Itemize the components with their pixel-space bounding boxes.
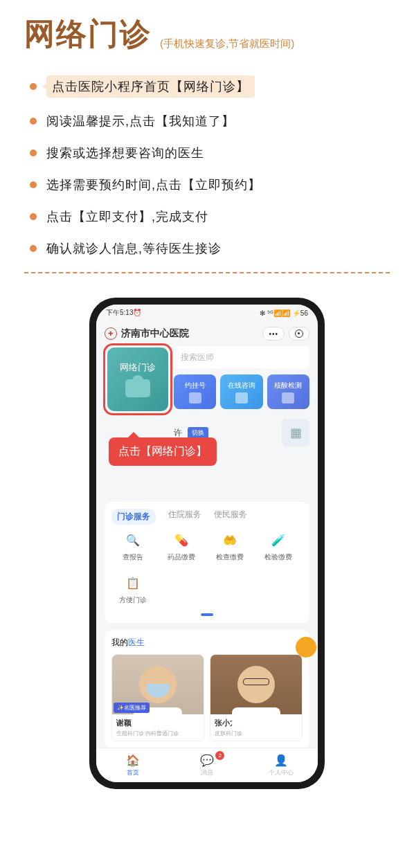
step-item: 搜索或选择想要咨询的医生 xyxy=(30,145,390,161)
tab-inpatient[interactable]: 住院服务 xyxy=(168,509,201,525)
recommend-badge: ✨名医推荐 xyxy=(114,703,150,713)
calendar-icon xyxy=(189,392,201,404)
quick-label: 约挂号 xyxy=(185,381,206,390)
step-text: 搜索或选择想要咨询的医生 xyxy=(46,145,204,161)
switch-button[interactable]: 切换 xyxy=(188,427,208,439)
message-icon: 💬 xyxy=(200,754,214,767)
phone-frame: 下午5:13⏰ ✻ ⁵ᴳ📶📶 ⚡56 ✚ 济南市中心医院 ••• 搜索医师 网络… xyxy=(89,298,325,789)
arrow-icon xyxy=(42,81,49,92)
service-tabs: 门诊服务 住院服务 便民服务 xyxy=(111,509,303,530)
app-bar: ✚ 济南市中心医院 ••• xyxy=(96,321,318,346)
qr-code-icon[interactable]: ▦ xyxy=(282,419,309,446)
user-icon: 👤 xyxy=(274,754,288,767)
step-item: 点击医院小程序首页【网络门诊】 xyxy=(30,75,390,98)
bullet-icon xyxy=(30,245,37,252)
doctor-dept: 生殖科门诊 内科普通门诊 xyxy=(116,730,199,737)
svc-label: 检验缴费 xyxy=(264,552,292,562)
quick-card-register[interactable]: 约挂号 xyxy=(174,374,216,409)
doctor-photo: ✨名医推荐 xyxy=(112,655,204,714)
svc-exam-pay[interactable]: 🤲 检查缴费 xyxy=(208,530,251,562)
tab-outpatient[interactable]: 门诊服务 xyxy=(111,509,156,525)
bullet-icon xyxy=(30,181,37,188)
svc-label: 查报告 xyxy=(123,552,143,562)
highlight-box xyxy=(103,343,172,415)
step-item: 选择需要预约时间,点击【立即预约】 xyxy=(30,177,390,193)
doctor-card[interactable]: ✨名医推荐 谢颖 ★5.0 生殖科门诊 内科普通门诊 xyxy=(111,654,204,741)
step-text: 选择需要预约时间,点击【立即预约】 xyxy=(46,177,261,193)
virus-icon xyxy=(282,392,294,404)
hospital-logo-icon: ✚ xyxy=(105,327,117,340)
my-doctors-card: 我的医生 ✨名医推荐 谢颖 ★5. xyxy=(105,630,309,748)
home-icon: 🏠 xyxy=(126,754,140,767)
test-icon: 🧪 xyxy=(269,530,288,550)
nav-profile[interactable]: 👤 个人中心 xyxy=(244,748,318,782)
callout-tooltip: 点击【网络门诊】 xyxy=(109,437,217,466)
quick-label: 在线咨询 xyxy=(228,381,255,390)
doctor-card[interactable]: 张小龙 ★5.0 皮肤科门诊 xyxy=(210,654,303,741)
nav-label: 首页 xyxy=(127,768,139,777)
step-item: 阅读温馨提示,点击【我知道了】 xyxy=(30,113,390,129)
search-input[interactable]: 搜索医师 xyxy=(174,346,309,369)
step-text: 点击【立即支付】,完成支付 xyxy=(46,208,208,225)
step-item: 点击【立即支付】,完成支付 xyxy=(30,208,390,225)
clipboard-icon: 📋 xyxy=(123,573,143,593)
svc-label: 药品缴费 xyxy=(168,552,195,562)
menu-button[interactable]: ••• xyxy=(262,327,285,341)
section-title: 我的医生 xyxy=(111,637,303,649)
pill-icon: 💊 xyxy=(172,530,191,550)
quick-card-consult[interactable]: 在线咨询 xyxy=(220,374,262,409)
svc-test-pay[interactable]: 🧪 检验缴费 xyxy=(257,530,300,562)
target-icon xyxy=(295,329,303,338)
chat-icon xyxy=(235,392,248,404)
quick-card-test[interactable]: 核酸检测 xyxy=(267,374,309,409)
step-text: 阅读温馨提示,点击【我知道了】 xyxy=(46,113,235,129)
doctor-dept: 皮肤科门诊 xyxy=(215,730,298,737)
doctor-photo xyxy=(210,655,302,714)
hands-icon: 🤲 xyxy=(220,530,240,550)
notification-badge: 2 xyxy=(215,751,224,760)
status-icons: ✻ ⁵ᴳ📶📶 ⚡56 xyxy=(260,309,308,317)
svc-label: 方便门诊 xyxy=(119,595,147,605)
bullet-icon xyxy=(30,83,37,90)
hospital-name: 济南市中心医院 xyxy=(121,327,189,340)
nav-messages[interactable]: 💬 消息 2 xyxy=(170,748,244,782)
bullet-icon xyxy=(30,213,37,220)
steps-list: 点击医院小程序首页【网络门诊】 阅读温馨提示,点击【我知道了】 搜索或选择想要咨… xyxy=(30,75,390,257)
svc-label: 检查缴费 xyxy=(216,552,244,562)
nav-label: 个人中心 xyxy=(269,768,294,777)
svc-report[interactable]: 🔍 查报告 xyxy=(111,530,154,562)
bullet-icon xyxy=(30,150,37,156)
svc-clinic[interactable]: 📋 方便门诊 xyxy=(111,573,154,605)
close-button[interactable] xyxy=(289,327,309,341)
status-time: 下午5:13⏰ xyxy=(106,308,141,318)
bottom-nav: 🏠 首页 💬 消息 2 👤 个人中心 xyxy=(96,748,318,782)
step-item: 确认就诊人信息,等待医生接诊 xyxy=(30,240,390,257)
quick-actions: 约挂号 在线咨询 核酸检测 xyxy=(174,374,309,409)
phone-screen: 下午5:13⏰ ✻ ⁵ᴳ📶📶 ⚡56 ✚ 济南市中心医院 ••• 搜索医师 网络… xyxy=(96,305,318,782)
svc-medicine[interactable]: 💊 药品缴费 xyxy=(160,530,203,562)
status-bar: 下午5:13⏰ ✻ ⁵ᴳ📶📶 ⚡56 xyxy=(96,305,318,321)
doctor-name: 谢颖 xyxy=(116,718,132,728)
bullet-icon xyxy=(30,118,37,125)
page-indicator xyxy=(201,613,213,616)
step-text: 确认就诊人信息,等待医生接诊 xyxy=(46,240,222,257)
user-name: 许 xyxy=(174,427,182,439)
page-title: 网络门诊 xyxy=(24,14,152,55)
services-card: 门诊服务 住院服务 便民服务 🔍 查报告 💊 药品缴费 xyxy=(105,502,309,623)
float-assistant-button[interactable] xyxy=(296,637,316,658)
step-text: 点击医院小程序首页【网络门诊】 xyxy=(46,75,255,98)
page-header: 网络门诊 (手机快速复诊,节省就医时间) xyxy=(24,14,390,55)
divider xyxy=(24,272,390,273)
page-subtitle: (手机快速复诊,节省就医时间) xyxy=(160,37,294,51)
quick-label: 核酸检测 xyxy=(274,381,302,390)
nav-home[interactable]: 🏠 首页 xyxy=(96,748,170,782)
nav-label: 消息 xyxy=(201,768,213,777)
tab-convenience[interactable]: 便民服务 xyxy=(214,509,247,525)
search-icon: 🔍 xyxy=(123,530,143,550)
